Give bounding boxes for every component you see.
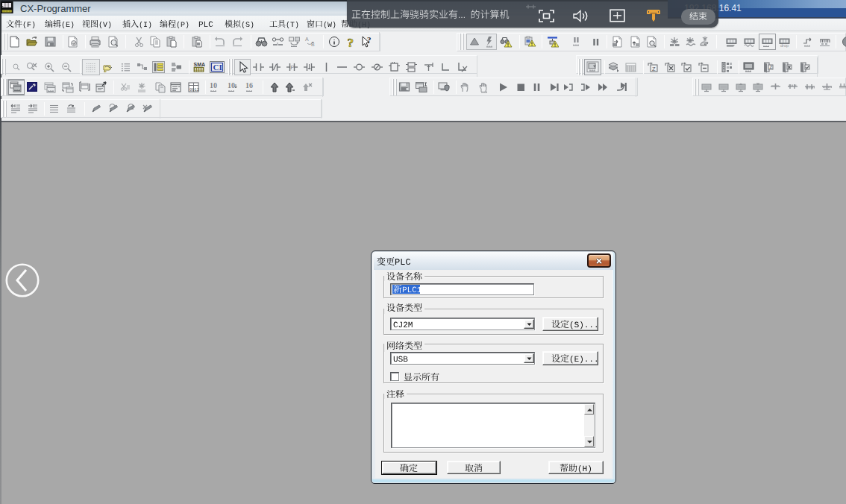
svg-text:?: ?	[348, 36, 354, 48]
svg-text:CI: CI	[213, 63, 222, 72]
svg-text:SMA: SMA	[194, 62, 206, 67]
svg-text:16: 16	[245, 81, 253, 89]
svg-text:10: 10	[210, 81, 217, 89]
svg-text:P: P	[290, 64, 294, 71]
svg-text:10: 10	[228, 81, 235, 89]
svg-text:drop: drop	[780, 43, 789, 48]
svg-text:Z: Z	[652, 66, 656, 72]
svg-text:A: A	[305, 37, 309, 42]
svg-text:12: 12	[195, 87, 200, 92]
svg-text:Z: Z	[770, 65, 773, 69]
svg-text:?: ?	[367, 36, 372, 44]
